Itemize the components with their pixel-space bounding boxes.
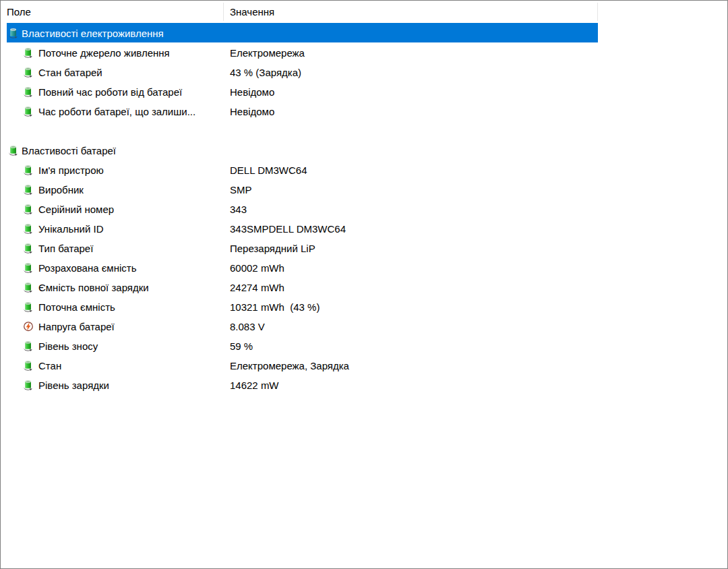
field-cell: Ім'я пристрою xyxy=(38,164,104,175)
field-row[interactable]: СтанЕлектромережа, Зарядка xyxy=(1,355,727,375)
value-cell: 59 % xyxy=(230,340,253,351)
field-row[interactable]: Ємність повної зарядки24274 mWh xyxy=(1,277,727,297)
field-cell: Ємність повної зарядки xyxy=(38,281,149,293)
value-cell: SMP xyxy=(230,183,252,195)
field-cell: Рівень зносу xyxy=(38,340,98,351)
value-cell: Невідомо xyxy=(230,105,274,117)
field-cell: Напруга батареї xyxy=(38,320,115,332)
group-row[interactable]: Властивості батареї xyxy=(1,140,727,160)
battery-icon xyxy=(23,164,34,175)
battery-icon xyxy=(23,340,34,351)
value-cell: Невідомо xyxy=(230,86,274,97)
field-row[interactable]: Рівень зарядки14622 mW xyxy=(1,375,727,394)
empty-row xyxy=(1,121,727,140)
value-cell: 343SMPDELL DM3WC64 xyxy=(230,222,346,234)
field-cell: Унікальний ID xyxy=(38,222,103,234)
field-row[interactable]: Напруга батареї8.083 V xyxy=(1,316,727,336)
value-cell: Перезарядний LiP xyxy=(230,242,315,253)
battery-icon xyxy=(23,184,34,195)
field-cell: Поточна ємність xyxy=(38,301,115,312)
field-cell: Властивості електроживлення xyxy=(22,27,164,38)
field-cell: Розрахована ємність xyxy=(38,262,136,273)
value-cell: DELL DM3WC64 xyxy=(230,164,307,175)
field-row[interactable]: Стан батарей43 % (Зарядка) xyxy=(1,62,727,82)
value-cell: 10321 mWh (43 %) xyxy=(230,301,320,312)
field-row[interactable]: Поточна ємність10321 mWh (43 %) xyxy=(1,297,727,316)
field-row[interactable]: Тип батареїПерезарядний LiP xyxy=(1,238,727,258)
field-row[interactable]: Серійний номер343 xyxy=(1,199,727,218)
field-cell: Тип батареї xyxy=(38,242,93,253)
voltage-icon xyxy=(23,321,34,332)
battery-icon xyxy=(23,223,34,234)
battery-icon xyxy=(23,301,34,312)
value-cell: 343 xyxy=(230,203,247,214)
battery-icon xyxy=(23,282,34,293)
field-cell: Властивості батареї xyxy=(22,144,116,156)
field-cell: Час роботи батареї, що залиши... xyxy=(38,105,195,117)
value-cell: 43 % (Зарядка) xyxy=(230,66,301,78)
battery-icon xyxy=(23,262,34,273)
value-cell: Електромережа xyxy=(230,47,305,58)
value-cell: 24274 mWh xyxy=(230,281,284,293)
field-row[interactable]: Розрахована ємність60002 mWh xyxy=(1,258,727,277)
column-divider[interactable] xyxy=(597,3,598,21)
field-row[interactable]: Ім'я пристроюDELL DM3WC64 xyxy=(1,160,727,179)
field-cell: Стан батарей xyxy=(38,66,102,78)
column-header-value[interactable]: Значення xyxy=(230,1,274,23)
column-header-field[interactable]: Поле xyxy=(7,1,31,23)
battery-info-window: Поле Значення Властивості електроживленн… xyxy=(0,0,728,569)
field-cell: Повний час роботи від батареї xyxy=(38,86,182,97)
battery-icon xyxy=(23,86,34,97)
list-rows: Властивості електроживленняПоточне джере… xyxy=(1,23,727,394)
field-cell: Стан xyxy=(38,359,61,371)
value-cell: 8.083 V xyxy=(230,320,265,332)
list-header: Поле Значення xyxy=(1,1,727,23)
battery-icon xyxy=(23,243,34,253)
battery-icon xyxy=(23,67,34,78)
battery-icon xyxy=(8,28,19,38)
battery-icon xyxy=(23,106,34,117)
value-cell: 14622 mW xyxy=(230,379,279,390)
field-row[interactable]: Повний час роботи від батареїНевідомо xyxy=(1,82,727,101)
battery-icon xyxy=(8,145,19,156)
column-divider[interactable] xyxy=(223,3,224,21)
field-cell: Рівень зарядки xyxy=(38,379,109,390)
value-cell: Електромережа, Зарядка xyxy=(230,359,349,371)
field-cell: Поточне джерело живлення xyxy=(38,47,170,58)
battery-icon xyxy=(23,380,34,390)
field-row[interactable]: Поточне джерело живленняЕлектромережа xyxy=(1,42,727,62)
field-row[interactable]: Рівень зносу59 % xyxy=(1,336,727,355)
field-row[interactable]: Час роботи батареї, що залиши...Невідомо xyxy=(1,101,727,121)
field-cell: Виробник xyxy=(38,183,84,195)
field-cell: Серійний номер xyxy=(38,203,114,214)
battery-icon xyxy=(23,47,34,58)
group-row[interactable]: Властивості електроживлення xyxy=(1,23,727,42)
value-cell: 60002 mWh xyxy=(230,262,284,273)
battery-icon xyxy=(23,360,34,371)
battery-icon xyxy=(23,204,34,214)
field-row[interactable]: Унікальний ID343SMPDELL DM3WC64 xyxy=(1,218,727,238)
field-row[interactable]: ВиробникSMP xyxy=(1,179,727,199)
